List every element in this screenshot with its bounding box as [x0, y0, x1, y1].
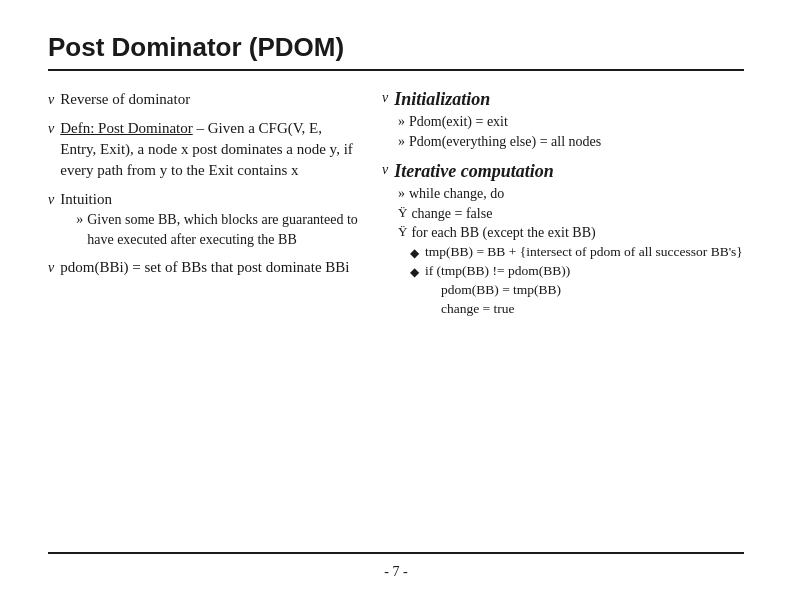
bullet-text-pdom: pdom(BBi) = set of BBs that post dominat… [60, 257, 358, 278]
diamond2-line1: if (tmp(BB) != pdom(BB)) [425, 263, 570, 278]
bullet-v-2: v [48, 119, 54, 139]
iter-while-marker: » [398, 184, 405, 204]
intuition-label: Intuition [60, 191, 112, 207]
iter-while-text: while change, do [409, 184, 744, 204]
bullet-text-reverse: Reverse of dominator [60, 89, 358, 110]
bullet-v-3: v [48, 190, 54, 210]
init-item-1: » Pdom(exit) = exit [398, 112, 744, 132]
init-text-2: Pdom(everything else) = all nodes [409, 132, 744, 152]
bullet-text-intuition: Intuition » Given some BB, which blocks … [60, 189, 358, 249]
defn-underline: Defn: Post Dominator [60, 120, 193, 136]
bullet-pdom: v pdom(BBi) = set of BBs that post domin… [48, 257, 358, 278]
slide: Post Dominator (PDOM) v Reverse of domin… [0, 0, 792, 612]
bullet-reverse: v Reverse of dominator [48, 89, 358, 110]
diamond-text-2: if (tmp(BB) != pdom(BB)) pdom(BB) = tmp(… [425, 262, 570, 319]
slide-title: Post Dominator (PDOM) [48, 32, 744, 63]
iter-ydot2: Ÿ for each BB (except the exit BB) [398, 223, 744, 243]
bullet-text-defn: Defn: Post Dominator – Given a CFG(V, E,… [60, 118, 358, 181]
diamond2-line2: pdom(BB) = tmp(BB) [425, 282, 561, 297]
bullet-v-4: v [48, 258, 54, 278]
init-marker-1: » [398, 112, 405, 132]
init-heading: Initialization [394, 89, 490, 110]
bottom-rule [48, 552, 744, 554]
title-rule [48, 69, 744, 71]
iter-section: v Iterative computation » while change, … [382, 161, 744, 318]
iter-diamond2: ◆ if (tmp(BB) != pdom(BB)) pdom(BB) = tm… [410, 262, 744, 319]
bullet-v-init: v [382, 90, 388, 106]
init-section: v Initialization » Pdom(exit) = exit » P… [382, 89, 744, 151]
ydot-text-2: for each BB (except the exit BB) [411, 223, 595, 243]
diamond-marker-2: ◆ [410, 264, 419, 281]
init-text-1: Pdom(exit) = exit [409, 112, 744, 132]
content-area: v Reverse of dominator v Defn: Post Domi… [48, 89, 744, 552]
left-column: v Reverse of dominator v Defn: Post Domi… [48, 89, 358, 552]
init-item-2: » Pdom(everything else) = all nodes [398, 132, 744, 152]
iter-heading: Iterative computation [394, 161, 554, 182]
right-column: v Initialization » Pdom(exit) = exit » P… [382, 89, 744, 552]
sub-text-intuition: Given some BB, which blocks are guarante… [87, 210, 358, 249]
bullet-defn: v Defn: Post Dominator – Given a CFG(V, … [48, 118, 358, 181]
diamond-text-1: tmp(BB) = BB + {intersect of pdom of all… [425, 243, 743, 262]
bullet-intuition: v Intuition » Given some BB, which block… [48, 189, 358, 249]
page-number: - 7 - [48, 560, 744, 580]
sub-marker-intuition: » [76, 210, 83, 230]
diamond2-line3: change = true [425, 301, 515, 316]
bullet-v-1: v [48, 90, 54, 110]
bullet-v-iter: v [382, 162, 388, 178]
ydot-text-1: change = false [411, 204, 492, 224]
diamond-marker-1: ◆ [410, 245, 419, 262]
ydot-marker-2: Ÿ [398, 223, 407, 241]
iter-diamond1: ◆ tmp(BB) = BB + {intersect of pdom of a… [410, 243, 744, 262]
iter-while: » while change, do [398, 184, 744, 204]
intuition-sub: » Given some BB, which blocks are guaran… [76, 210, 358, 249]
init-marker-2: » [398, 132, 405, 152]
ydot-marker-1: Ÿ [398, 204, 407, 222]
iter-ydot1: Ÿ change = false [398, 204, 744, 224]
